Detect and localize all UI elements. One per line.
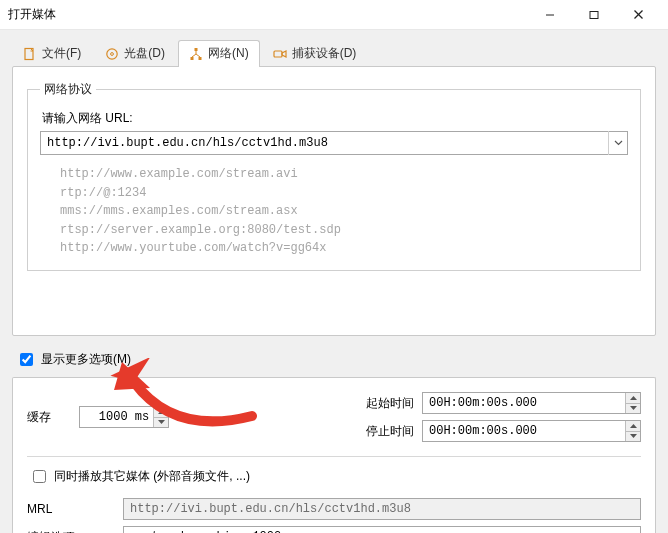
edit-options-input[interactable]	[123, 526, 641, 533]
url-input[interactable]	[40, 131, 628, 155]
group-title: 网络协议	[40, 81, 96, 98]
svg-point-5	[107, 48, 117, 58]
mrl-label: MRL	[27, 502, 113, 516]
tab-capture[interactable]: 捕获设备(D)	[262, 40, 368, 67]
example-line: http://www.example.com/stream.avi	[60, 165, 628, 184]
svg-marker-16	[158, 420, 165, 424]
cache-step-up[interactable]	[153, 407, 168, 418]
svg-rect-7	[195, 48, 198, 51]
show-more-checkbox[interactable]	[20, 353, 33, 366]
stop-time-up[interactable]	[625, 421, 640, 432]
network-protocol-group: 网络协议 请输入网络 URL: http://www.example.com/s…	[27, 81, 641, 271]
svg-line-11	[192, 54, 196, 57]
edit-options-label: 编辑选项	[27, 529, 113, 534]
svg-marker-18	[630, 406, 637, 410]
stop-time-label: 停止时间	[334, 423, 414, 440]
start-time-up[interactable]	[625, 393, 640, 404]
url-examples: http://www.example.com/stream.avi rtp://…	[60, 165, 628, 258]
start-time-input[interactable]	[422, 392, 641, 414]
tab-network-label: 网络(N)	[208, 45, 249, 62]
svg-marker-19	[630, 424, 637, 428]
tab-network[interactable]: 网络(N)	[178, 40, 260, 67]
tabs: 文件(F) 光盘(D) 网络(N) 捕获设备(D)	[12, 38, 656, 66]
file-icon	[23, 47, 37, 61]
example-line: rtp://@:1234	[60, 184, 628, 203]
tab-file[interactable]: 文件(F)	[12, 40, 92, 67]
svg-marker-20	[630, 434, 637, 438]
tab-file-label: 文件(F)	[42, 45, 81, 62]
network-icon	[189, 47, 203, 61]
window-title: 打开媒体	[8, 6, 56, 23]
svg-marker-14	[282, 51, 286, 57]
url-dropdown-button[interactable]	[608, 131, 628, 155]
play-another-checkbox[interactable]	[33, 470, 46, 483]
mrl-input[interactable]	[123, 498, 641, 520]
play-another-label: 同时播放其它媒体 (外部音频文件, ...)	[54, 468, 250, 485]
stop-time-down[interactable]	[625, 432, 640, 442]
url-label: 请输入网络 URL:	[42, 110, 628, 127]
network-panel: 网络协议 请输入网络 URL: http://www.example.com/s…	[12, 66, 656, 336]
chevron-down-icon	[614, 140, 623, 146]
svg-rect-1	[590, 11, 598, 18]
start-time-down[interactable]	[625, 404, 640, 414]
svg-rect-13	[274, 51, 282, 57]
cache-step-down[interactable]	[153, 418, 168, 428]
tab-capture-label: 捕获设备(D)	[292, 45, 357, 62]
separator	[27, 456, 641, 457]
close-button[interactable]	[616, 0, 660, 30]
titlebar: 打开媒体	[0, 0, 668, 30]
tab-disc-label: 光盘(D)	[124, 45, 165, 62]
svg-rect-9	[199, 57, 202, 60]
svg-marker-15	[158, 410, 165, 414]
cache-label: 缓存	[27, 409, 51, 426]
tab-disc[interactable]: 光盘(D)	[94, 40, 176, 67]
svg-rect-8	[191, 57, 194, 60]
show-more-label: 显示更多选项(M)	[41, 351, 131, 368]
svg-marker-17	[630, 396, 637, 400]
minimize-button[interactable]	[528, 0, 572, 30]
show-more-row: 显示更多选项(M)	[16, 350, 656, 369]
maximize-button[interactable]	[572, 0, 616, 30]
more-options-panel: 缓存 起始时间	[12, 377, 656, 533]
stop-time-input[interactable]	[422, 420, 641, 442]
start-time-label: 起始时间	[334, 395, 414, 412]
svg-line-12	[196, 54, 200, 57]
example-line: mms://mms.examples.com/stream.asx	[60, 202, 628, 221]
example-line: http://www.yourtube.com/watch?v=gg64x	[60, 239, 628, 258]
svg-point-6	[111, 52, 114, 55]
capture-icon	[273, 47, 287, 61]
disc-icon	[105, 47, 119, 61]
example-line: rtsp://server.example.org:8080/test.sdp	[60, 221, 628, 240]
